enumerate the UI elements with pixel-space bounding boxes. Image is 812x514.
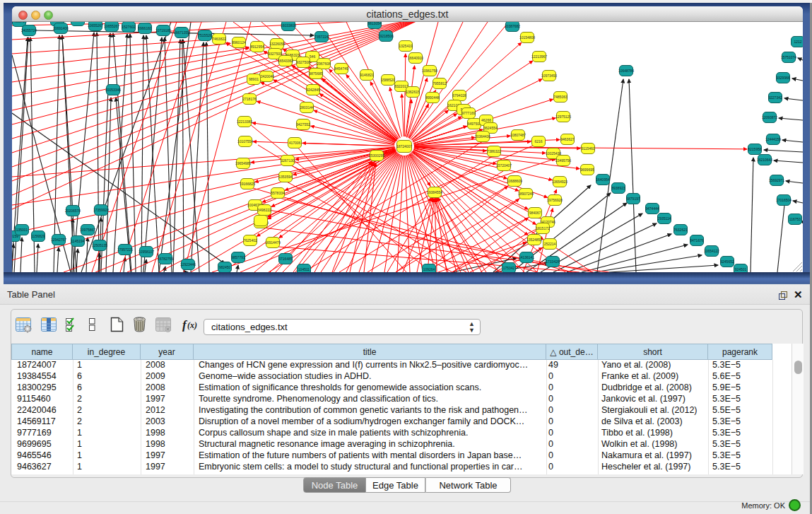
svg-text:16543362: 16543362 (278, 59, 293, 63)
svg-text:16640910: 16640910 (408, 56, 423, 60)
svg-text:16671355: 16671355 (174, 30, 189, 35)
svg-text:8990448: 8990448 (425, 95, 440, 100)
svg-text:7357224: 7357224 (314, 35, 329, 39)
svg-text:10719185: 10719185 (155, 28, 171, 33)
svg-text:1362615: 1362615 (406, 90, 420, 94)
svg-text:982450: 982450 (219, 265, 231, 269)
svg-text:24055724: 24055724 (12, 22, 27, 23)
svg-text:3498222: 3498222 (257, 208, 271, 212)
svg-text:6794028: 6794028 (452, 93, 466, 98)
svg-text:417006: 417006 (289, 141, 301, 145)
svg-text:10107554: 10107554 (237, 139, 253, 144)
svg-text:10975867: 10975867 (80, 228, 95, 232)
svg-text:10654122: 10654122 (704, 249, 719, 253)
svg-text:10154808: 10154808 (519, 35, 535, 40)
svg-text:8938923: 8938923 (611, 186, 625, 190)
svg-text:6879197: 6879197 (626, 197, 640, 201)
svg-text:15720407: 15720407 (496, 163, 512, 168)
svg-text:9427552: 9427552 (296, 122, 310, 127)
svg-text:12923446: 12923446 (180, 262, 196, 267)
svg-text:12505135: 12505135 (92, 243, 107, 247)
svg-text:6216: 6216 (534, 139, 542, 144)
svg-text:9242845: 9242845 (306, 88, 320, 92)
svg-text:25300295: 25300295 (369, 153, 384, 158)
svg-text:7515526: 7515526 (198, 33, 212, 37)
svg-text:7463822: 7463822 (212, 37, 226, 41)
svg-text:7632621: 7632621 (673, 228, 688, 232)
svg-text:7625402: 7625402 (243, 238, 257, 243)
svg-text:7955812: 7955812 (433, 81, 447, 86)
svg-text:13524851: 13524851 (526, 238, 542, 242)
svg-text:12213383: 12213383 (237, 119, 252, 124)
svg-text:9327509: 9327509 (268, 52, 282, 56)
svg-text:2718176: 2718176 (242, 97, 257, 101)
svg-text:20053346: 20053346 (105, 88, 121, 92)
svg-text:175342: 175342 (503, 266, 515, 270)
svg-text:19756928: 19756928 (547, 198, 563, 202)
svg-text:46266: 46266 (481, 118, 491, 122)
svg-text:8813054: 8813054 (367, 22, 382, 25)
svg-text:9329966: 9329966 (776, 76, 790, 80)
svg-text:3624554: 3624554 (483, 126, 498, 130)
svg-text:8471676: 8471676 (690, 238, 704, 243)
svg-text:546: 546 (310, 54, 316, 59)
svg-text:7485063: 7485063 (553, 95, 567, 99)
svg-text:9777169: 9777169 (461, 111, 476, 115)
svg-text:20691406: 20691406 (53, 26, 69, 30)
svg-text:13654923: 13654923 (552, 180, 567, 184)
svg-text:15751074: 15751074 (781, 55, 796, 59)
svg-text:19218506: 19218506 (378, 34, 394, 38)
svg-text:18724007: 18724007 (396, 144, 412, 148)
svg-text:1156829: 1156829 (31, 234, 45, 238)
svg-text:7386322: 7386322 (487, 149, 501, 153)
svg-text:20387682: 20387682 (505, 24, 520, 28)
svg-text:17016504: 17016504 (776, 198, 792, 202)
svg-text:1733426: 1733426 (546, 259, 560, 264)
svg-text:8960124: 8960124 (232, 40, 246, 45)
svg-text:6497508: 6497508 (467, 122, 481, 126)
svg-text:16914479: 16914479 (265, 240, 281, 245)
svg-text:252214: 252214 (544, 242, 556, 246)
svg-text:20206578: 20206578 (65, 209, 81, 213)
svg-text:8454749: 8454749 (334, 66, 348, 71)
svg-text:19166825: 19166825 (240, 182, 255, 186)
svg-text:20364436: 20364436 (475, 134, 490, 139)
svg-text:1145194: 1145194 (71, 239, 84, 243)
svg-text:3716485: 3716485 (278, 257, 293, 261)
svg-text:9115460: 9115460 (581, 146, 594, 151)
svg-text:12093872: 12093872 (762, 115, 777, 119)
svg-text:98901: 98901 (249, 77, 259, 81)
svg-text:15692971: 15692971 (769, 178, 784, 182)
svg-text:23420046: 23420046 (259, 74, 274, 78)
svg-text:10688609: 10688609 (507, 179, 522, 183)
svg-text:104511: 104511 (298, 267, 310, 271)
svg-text:1212: 1212 (794, 40, 801, 44)
svg-text:24055724: 24055724 (21, 28, 37, 33)
svg-text:10961758: 10961758 (422, 69, 437, 73)
svg-text:9245652: 9245652 (720, 259, 734, 264)
svg-text:1815172: 1815172 (536, 226, 550, 230)
svg-text:1325419: 1325419 (399, 44, 413, 48)
svg-text:9875685: 9875685 (309, 71, 323, 76)
svg-text:10655267: 10655267 (104, 24, 119, 28)
svg-text:17359928: 17359928 (93, 208, 109, 212)
svg-text:9474444: 9474444 (645, 206, 659, 211)
svg-text:10807487: 10807487 (510, 133, 526, 137)
svg-text:116753: 116753 (789, 217, 801, 221)
svg-text:2967608: 2967608 (317, 62, 331, 66)
svg-text:9699695: 9699695 (580, 168, 594, 172)
svg-text:984067: 984067 (529, 211, 541, 215)
svg-text:9227342: 9227342 (768, 95, 782, 100)
svg-text:924501: 924501 (735, 267, 747, 271)
svg-text:19384554: 19384554 (427, 190, 442, 194)
svg-text:2935114: 2935114 (657, 216, 671, 221)
svg-text:1640954: 1640954 (596, 177, 610, 182)
svg-text:1353594: 1353594 (278, 175, 293, 179)
svg-text:5578334: 5578334 (271, 191, 285, 195)
svg-text:9327508: 9327508 (296, 60, 310, 64)
svg-text:14136141: 14136141 (519, 255, 534, 259)
svg-text:13226058: 13226058 (269, 42, 285, 46)
svg-text:16210643: 16210643 (757, 158, 772, 162)
svg-text:8215958: 8215958 (748, 147, 762, 151)
svg-text:1527602: 1527602 (122, 25, 136, 29)
